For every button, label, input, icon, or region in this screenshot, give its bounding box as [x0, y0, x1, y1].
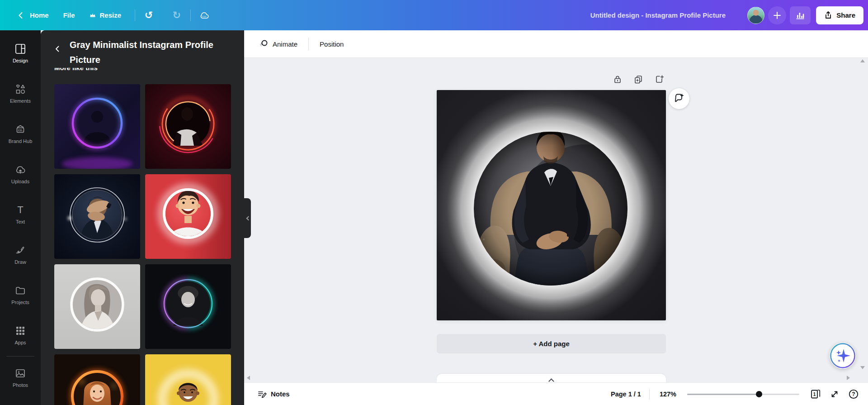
sidebar-item-draw[interactable]: Draw	[0, 234, 41, 275]
scroll-left-arrow[interactable]	[247, 376, 250, 380]
sidebar-item-label: Design	[13, 58, 28, 63]
panel-title: Gray Minimalist Instagram Profile Pictur…	[70, 38, 231, 67]
sidebar-item-uploads[interactable]: Uploads	[0, 154, 41, 194]
projects-folder-icon	[14, 285, 26, 296]
sidebar-item-brand-hub[interactable]: CO. Brand Hub	[0, 114, 41, 154]
animate-label: Animate	[273, 40, 297, 48]
apps-grid-icon	[14, 325, 26, 337]
position-label: Position	[320, 40, 344, 48]
divider	[190, 10, 191, 21]
sidebar-divider	[6, 356, 34, 357]
file-label: File	[63, 11, 75, 19]
scroll-up-arrow[interactable]	[860, 59, 865, 62]
comment-plus-icon	[674, 93, 684, 104]
insights-button[interactable]	[790, 6, 811, 24]
add-page-button[interactable]: + Add page	[437, 334, 666, 353]
duplicate-page-icon[interactable]	[632, 72, 645, 86]
template-thumbnail[interactable]	[145, 174, 231, 259]
divider	[649, 389, 650, 400]
redo-icon[interactable]: ↻	[171, 10, 182, 21]
sidebar-item-photos[interactable]: Photos	[0, 357, 41, 398]
chevron-left-icon	[246, 216, 250, 220]
sidebar-item-elements[interactable]: Elements	[0, 73, 41, 114]
template-thumbnail[interactable]	[54, 84, 140, 169]
sidebar-item-text[interactable]: T Text	[0, 194, 41, 234]
pages-icon: 1	[810, 389, 821, 400]
sidebar-item-projects[interactable]: Projects	[0, 275, 41, 315]
animate-icon	[259, 39, 269, 48]
share-button[interactable]: Share	[816, 6, 863, 24]
notes-label: Notes	[271, 390, 290, 398]
divider	[135, 10, 135, 21]
panel-header: Gray Minimalist Instagram Profile Pictur…	[41, 30, 244, 68]
uploads-cloud-icon	[14, 164, 26, 176]
undo-icon[interactable]: ↺	[143, 10, 154, 21]
back-chevron-icon	[54, 45, 61, 52]
template-thumbnail[interactable]	[54, 264, 140, 349]
add-member-button[interactable]	[768, 6, 786, 24]
editor-area: Animate Position	[244, 30, 868, 405]
zoom-level[interactable]: 127%	[653, 391, 682, 398]
sidebar-item-label: Projects	[11, 300, 29, 305]
template-grid	[54, 84, 231, 405]
page-controls	[437, 72, 666, 86]
sidebar-item-label: Text	[16, 219, 25, 224]
status-bar: Notes Page 1 / 1 127% 1	[244, 382, 868, 405]
home-button[interactable]: Home	[10, 6, 54, 24]
lock-icon[interactable]	[611, 72, 624, 86]
elements-icon	[14, 83, 26, 95]
add-comment-button[interactable]	[669, 88, 689, 109]
help-button[interactable]: ?	[845, 386, 862, 402]
divider	[308, 38, 309, 50]
zoom-slider-thumb[interactable]	[756, 391, 762, 397]
notes-icon	[257, 390, 267, 399]
template-thumbnail[interactable]	[145, 354, 231, 405]
sidebar-item-label: Uploads	[11, 179, 29, 184]
sidebar-item-design[interactable]: Design	[0, 33, 41, 73]
pages-view-button[interactable]: 1	[807, 386, 824, 402]
top-bar: Home File Resize ↺ ↻ Untitled design - I…	[0, 0, 868, 30]
position-button[interactable]: Position	[314, 37, 349, 52]
scroll-right-arrow[interactable]	[847, 376, 850, 380]
canva-assistant-button[interactable]	[830, 343, 856, 369]
canva-editor: Home File Resize ↺ ↻ Untitled design - I…	[0, 0, 868, 405]
collapse-panel-handle[interactable]	[244, 198, 251, 238]
text-icon: T	[14, 204, 26, 216]
crown-icon	[90, 10, 96, 21]
home-label: Home	[30, 11, 49, 19]
add-page-label: + Add page	[533, 340, 570, 348]
sidebar-item-label: Apps	[14, 340, 26, 345]
share-label: Share	[836, 11, 855, 19]
svg-text:1: 1	[813, 392, 816, 397]
notes-button[interactable]: Notes	[254, 387, 293, 401]
back-chevron-icon	[15, 10, 26, 21]
photos-image-icon	[14, 367, 26, 379]
fullscreen-button[interactable]	[826, 386, 843, 402]
plus-icon	[773, 11, 781, 19]
resize-label: Resize	[100, 11, 122, 19]
context-toolbar: Animate Position	[244, 30, 868, 58]
page-indicator[interactable]: Page 1 / 1	[606, 391, 646, 398]
template-thumbnail[interactable]	[145, 84, 231, 169]
sidebar-item-apps[interactable]: Apps	[0, 315, 41, 355]
sidebar-item-label: Brand Hub	[9, 138, 33, 144]
svg-text:T: T	[17, 204, 23, 215]
sidebar-nav: Design Elements CO. Brand Hub	[0, 30, 41, 405]
cloud-sync-icon[interactable]	[199, 10, 210, 21]
template-thumbnail[interactable]	[145, 264, 231, 349]
panel-back-button[interactable]	[50, 41, 65, 57]
template-thumbnail[interactable]	[54, 354, 140, 405]
svg-text:CO.: CO.	[18, 129, 23, 132]
design-title[interactable]: Untitled design - Instagram Profile Pict…	[590, 0, 726, 30]
resize-button[interactable]: Resize	[84, 6, 127, 24]
scroll-down-arrow[interactable]	[860, 366, 865, 369]
add-page-icon[interactable]	[652, 72, 666, 86]
zoom-slider[interactable]	[687, 390, 799, 399]
avatar[interactable]	[747, 7, 764, 24]
design-panel: More like this	[41, 30, 244, 405]
template-thumbnail[interactable]	[54, 174, 140, 259]
file-menu-button[interactable]: File	[58, 8, 80, 23]
expand-icon	[830, 389, 840, 399]
design-page[interactable]	[437, 90, 666, 320]
animate-button[interactable]: Animate	[253, 36, 303, 52]
